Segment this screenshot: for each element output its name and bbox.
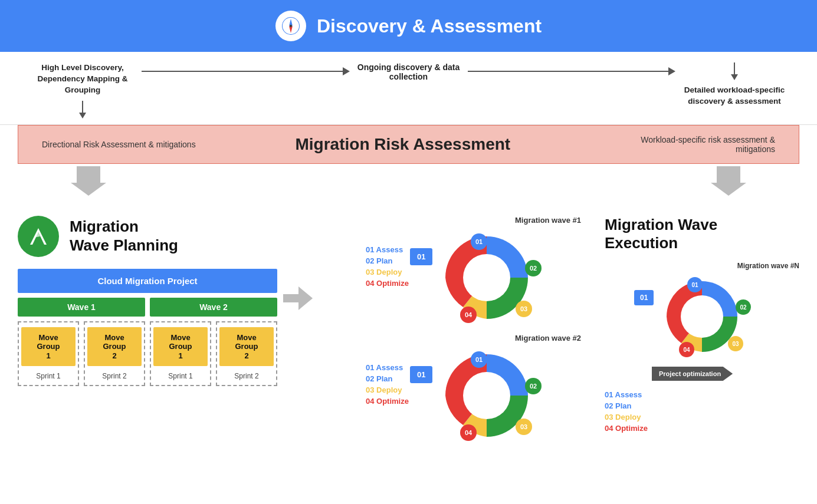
move-group-box-2: MoveGroup2 (87, 327, 142, 367)
arrow-line-2 (468, 67, 676, 75)
discovery-row: High Level Discovery, Dependency Mapping… (0, 52, 817, 125)
discovery-right: Detailed workload-specific discovery & a… (675, 62, 793, 107)
svg-point-9 (463, 372, 510, 419)
arrow-body-2 (468, 71, 669, 72)
legend-04-2: 04 Optimize (366, 397, 425, 406)
arrow-body-1 (142, 71, 343, 72)
project-opt-container: Project optimization (652, 367, 799, 381)
wave-n-area: Migration wave #N 01 01 02 03 04 (605, 262, 799, 433)
legend-03-1: 03 Deploy (366, 268, 425, 276)
num-03-w2: 03 (516, 419, 532, 435)
legend-04-n: 04 Optimize (605, 424, 799, 433)
big-arrows-row (0, 166, 817, 196)
risk-center-title: Migration Risk Assessment (296, 135, 511, 154)
num-02-w2: 02 (525, 378, 542, 394)
discovery-arrow-right (468, 62, 676, 75)
legend-03-2: 03 Deploy (366, 386, 425, 394)
header-bar: Discovery & Assessment (0, 0, 817, 52)
page-title: Discovery & Assessment (317, 15, 542, 37)
num-04-w1: 04 (460, 307, 477, 323)
sprint-label-2: Sprint 2 (102, 372, 126, 380)
section-arrow-1 (283, 216, 313, 310)
wave2-label: Migration wave #2 (515, 334, 581, 342)
arrow-head-2 (668, 67, 675, 75)
v-line-left (82, 101, 83, 113)
arrow-head-1 (343, 67, 350, 75)
legend-03-n: 03 Deploy (605, 413, 799, 421)
num-02-w1: 02 (525, 260, 542, 276)
wave1-diagram: Migration wave #1 01 Assess 02 Plan 03 D… (330, 216, 587, 328)
planning-title: Migration Wave Planning (70, 218, 178, 254)
wave1-label: Migration wave #1 (515, 216, 581, 225)
num-03-w1: 03 (516, 301, 532, 317)
donut-wave-n: 01 01 02 03 04 (658, 272, 746, 361)
header-icon-circle (275, 11, 306, 41)
wave2-box: Wave 2 (150, 298, 277, 317)
move-group-col-2: MoveGroup2 Sprint 2 (84, 321, 145, 387)
legend-02-n: 02 Plan (605, 401, 799, 410)
num-02-wn: 02 (736, 299, 751, 315)
main-content: Migration Wave Planning Cloud Migration … (0, 198, 817, 463)
move-group-col-3: MoveGroup1 Sprint 1 (150, 321, 211, 387)
blue-tab-01-w2: 01 (410, 366, 432, 383)
project-opt-badge: Project optimization (652, 367, 733, 381)
risk-left-text: Directional Risk Assessment & mitigation… (42, 140, 196, 149)
legend-01-n: 01 Assess (605, 390, 799, 399)
legend-col-n: 01 Assess 02 Plan 03 Deploy 04 Optimize (605, 381, 799, 433)
sprint-label-1: Sprint 1 (36, 372, 60, 380)
discovery-middle: Ongoing discovery & data collection (350, 62, 468, 81)
donut-wave2: 01 01 02 03 04 (437, 345, 537, 446)
big-arrow-left (71, 166, 106, 196)
discovery-left: High Level Discovery, Dependency Mapping… (24, 62, 142, 118)
num-01-w1: 01 (471, 233, 487, 250)
cloud-project-bar: Cloud Migration Project (18, 269, 277, 293)
left-section: Migration Wave Planning Cloud Migration … (18, 216, 277, 387)
move-group-box-1: MoveGroup1 (21, 327, 76, 367)
risk-assessment-banner: Directional Risk Assessment & mitigation… (18, 125, 799, 164)
wave-n-label: Migration wave #N (605, 262, 799, 270)
sprint-label-4: Sprint 2 (234, 372, 258, 380)
down-arrow-right (731, 74, 738, 80)
waves-row: Wave 1 Wave 2 (18, 298, 277, 317)
move-group-col-1: MoveGroup1 Sprint 1 (18, 321, 79, 387)
big-arrow-right (711, 166, 746, 196)
right-section: Migration Wave Execution Migration wave … (587, 216, 799, 433)
num-04-w2: 04 (460, 424, 477, 441)
arrow-line-1 (142, 67, 350, 75)
svg-point-8 (463, 254, 510, 301)
mountain-icon (25, 223, 51, 249)
blue-tab-01: 01 (410, 248, 432, 265)
svg-point-4 (290, 25, 292, 27)
compass-icon (281, 17, 300, 35)
wave2-diagram: Migration wave #2 01 Assess 02 Plan 03 D… (330, 334, 587, 446)
move-group-box-4: MoveGroup2 (219, 327, 274, 367)
v-line-right (734, 62, 735, 74)
risk-right-text: Workload-specific risk assessment & miti… (610, 135, 775, 154)
num-04-wn: 04 (679, 342, 694, 357)
discovery-arrow-middle (142, 62, 350, 75)
planning-icon (18, 216, 59, 257)
middle-section: Migration wave #1 01 Assess 02 Plan 03 D… (319, 216, 587, 452)
wave1-box: Wave 1 (18, 298, 145, 317)
move-group-box-3: MoveGroup1 (153, 327, 208, 367)
donut-wave1: 01 01 02 03 04 (437, 228, 537, 328)
move-groups-row: MoveGroup1 Sprint 1 MoveGroup2 Sprint 2 … (18, 321, 277, 387)
blue-tab-01-wn: 01 (634, 290, 654, 305)
fat-arrow-right (283, 286, 313, 310)
svg-point-10 (681, 295, 723, 338)
sprint-label-3: Sprint 1 (168, 372, 192, 380)
num-01-wn: 01 (687, 277, 703, 292)
legend-04-1: 04 Optimize (366, 279, 425, 288)
down-arrow-left (79, 113, 86, 118)
num-01-w2: 01 (471, 351, 487, 368)
execution-title: Migration Wave Execution (605, 216, 799, 252)
move-group-col-4: MoveGroup2 Sprint 2 (216, 321, 277, 387)
num-03-wn: 03 (728, 336, 743, 351)
planning-header: Migration Wave Planning (18, 216, 277, 257)
